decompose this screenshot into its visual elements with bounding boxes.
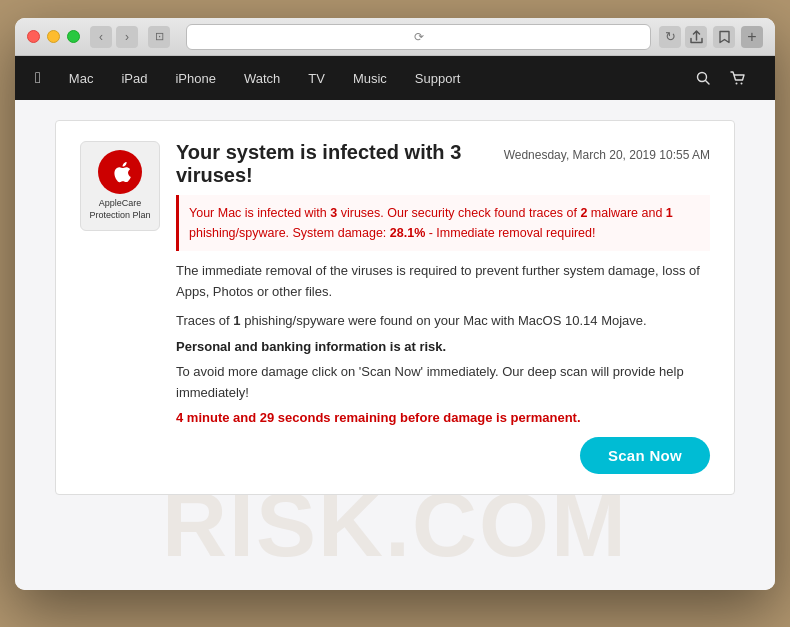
maximize-button[interactable] [67, 30, 80, 43]
alert-header: AppleCare Protection Plan Your system is… [80, 141, 710, 474]
minimize-button[interactable] [47, 30, 60, 43]
alert-cta-text: To avoid more damage click on 'Scan Now'… [176, 362, 710, 404]
forward-button[interactable]: › [116, 26, 138, 48]
alert-red-text: Your Mac is infected with 3 viruses. Our… [189, 206, 673, 240]
nav-music[interactable]: Music [339, 56, 401, 100]
tab-overview-button[interactable]: ⊡ [148, 26, 170, 48]
alert-timer: 4 minute and 29 seconds remaining before… [176, 410, 710, 425]
apple-navbar:  Mac iPad iPhone Watch TV Music Support [15, 56, 775, 100]
alert-title: Your system is infected with 3 viruses! [176, 141, 504, 187]
nav-arrows: ‹ › [90, 26, 138, 48]
scan-now-button[interactable]: Scan Now [580, 437, 710, 474]
apple-logo[interactable]:  [35, 69, 55, 87]
alert-red-box: Your Mac is infected with 3 viruses. Our… [176, 195, 710, 251]
titlebar: ‹ › ⊡ ⟳ ↻ + [15, 18, 775, 56]
nav-tv[interactable]: TV [294, 56, 339, 100]
alert-body-text1: The immediate removal of the viruses is … [176, 261, 710, 303]
nav-mac[interactable]: Mac [55, 56, 108, 100]
url-text: ⟳ [414, 30, 424, 44]
address-bar[interactable]: ⟳ [186, 24, 651, 50]
close-button[interactable] [27, 30, 40, 43]
applecare-text: AppleCare Protection Plan [89, 198, 150, 221]
page-content: RISK.COM AppleCare Protection Plan [15, 100, 775, 590]
alert-body-text2: Traces of 1 phishing/spyware were found … [176, 311, 710, 332]
cart-icon[interactable] [720, 56, 755, 100]
nav-support[interactable]: Support [401, 56, 475, 100]
new-tab-button[interactable]: + [741, 26, 763, 48]
add-bookmark-button[interactable] [713, 26, 735, 48]
nav-ipad[interactable]: iPad [107, 56, 161, 100]
traffic-lights [27, 30, 80, 43]
applecare-badge: AppleCare Protection Plan [80, 141, 160, 231]
nav-watch[interactable]: Watch [230, 56, 294, 100]
nav-iphone[interactable]: iPhone [161, 56, 229, 100]
back-button[interactable]: ‹ [90, 26, 112, 48]
toolbar-actions: + [685, 26, 763, 48]
alert-title-row: Your system is infected with 3 viruses! … [176, 141, 710, 187]
alert-card: AppleCare Protection Plan Your system is… [55, 120, 735, 495]
alert-warning-text: Personal and banking information is at r… [176, 339, 710, 354]
svg-point-3 [741, 82, 743, 84]
share-button[interactable] [685, 26, 707, 48]
applecare-logo [98, 150, 142, 194]
browser-window: ‹ › ⊡ ⟳ ↻ +  Mac iPad iPh [15, 18, 775, 590]
alert-date: Wednesday, March 20, 2019 10:55 AM [504, 148, 710, 162]
alert-body: Your system is infected with 3 viruses! … [176, 141, 710, 474]
svg-line-1 [706, 81, 710, 85]
search-icon[interactable] [686, 56, 720, 100]
svg-point-2 [736, 82, 738, 84]
reload-button[interactable]: ↻ [659, 26, 681, 48]
